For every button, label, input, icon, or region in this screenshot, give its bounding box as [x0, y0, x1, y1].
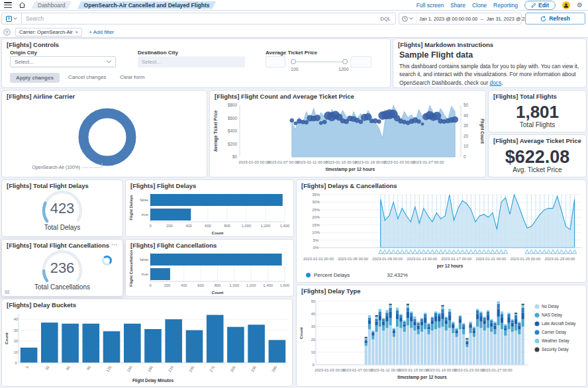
panel-title: [Flights] Total Flight Cancellations	[7, 242, 109, 249]
refresh-icon	[540, 16, 546, 22]
svg-text:30: 30	[464, 123, 469, 128]
price-slider-track[interactable]	[293, 62, 345, 62]
svg-text:20%: 20%	[312, 215, 320, 219]
panel-title: [Flights] Airline Carrier	[7, 93, 75, 100]
panel-title: [Flights] Total Flight Delays	[7, 182, 89, 189]
total-flights-value: 1,801	[489, 102, 586, 122]
edit-button[interactable]: Edit	[524, 1, 556, 10]
panel-total-flights: [Flights] Total Flights 1,801 Total Flig…	[488, 90, 587, 132]
full-screen-link[interactable]: Full screen	[416, 2, 444, 9]
saved-query-menu[interactable]	[2, 13, 22, 24]
flight-count-price-chart[interactable]: $0$200$400$600$800010203040502023-01-03 …	[211, 101, 486, 177]
price-min-input[interactable]	[266, 56, 285, 68]
svg-text:600: 600	[197, 283, 204, 287]
svg-text:210: 210	[168, 365, 174, 373]
filter-pill-carrier[interactable]: Carrier: OpenSearch-Air ×	[15, 28, 82, 36]
gear-icon[interactable]: ⚙	[577, 2, 583, 9]
date-picker[interactable]: Jan 1, 2023 @ 00:00:00.00 → Jan 31, 2023…	[399, 13, 522, 24]
svg-text:Flight Count: Flight Count	[479, 119, 485, 144]
svg-text:50: 50	[464, 103, 469, 107]
legend-toggle-icon[interactable]: ▤	[5, 289, 10, 295]
svg-text:true: true	[142, 272, 149, 276]
svg-text:Count: Count	[4, 332, 9, 344]
menu-icon[interactable]	[4, 2, 12, 8]
panel-total-delays: [Flights] Total Flight Delays 423 Total …	[1, 179, 123, 237]
slider-max-value: 1200	[338, 67, 349, 72]
price-slider-handle-max[interactable]	[342, 59, 348, 64]
svg-text:20: 20	[464, 134, 469, 138]
refresh-button[interactable]: Refresh	[525, 13, 585, 24]
svg-text:$200: $200	[228, 142, 238, 146]
svg-text:Weather Delay: Weather Delay	[542, 338, 569, 344]
svg-text:timestamp per 12 hours: timestamp per 12 hours	[397, 375, 447, 380]
date-range-start[interactable]: Jan 1, 2023 @ 00:00:00.00	[416, 16, 477, 22]
query-language-button[interactable]: DQL	[381, 16, 395, 22]
svg-text:false: false	[140, 198, 148, 202]
price-slider-handle-min[interactable]	[291, 59, 296, 64]
percent-delays-legend[interactable]: Percent Delays 32.432%	[306, 272, 408, 278]
share-link[interactable]: Share	[450, 2, 466, 9]
docs-link[interactable]: docs	[490, 79, 502, 86]
filter-settings-icon[interactable]	[3, 28, 11, 36]
delay-buckets-bar-chart[interactable]: 0102030400306090120150180210240270300330…	[3, 310, 293, 386]
reporting-link[interactable]: Reporting	[493, 2, 518, 9]
svg-text:300: 300	[230, 365, 236, 373]
panel-flight-cancellations: [Flights] Flight Cancellations 020040060…	[125, 239, 294, 297]
remove-filter-icon[interactable]: ×	[75, 29, 78, 35]
flight-delays-bar-chart[interactable]: 02004006008001,0001,2001,400falsetrueFli…	[126, 191, 294, 236]
svg-text:2023-01-11 00:00: 2023-01-11 00:00	[371, 368, 401, 372]
cancel-changes-button[interactable]: Cancel changes	[68, 74, 106, 80]
clock-icon	[402, 16, 408, 22]
total-cancellations-value: 236	[2, 260, 122, 277]
panel-avg-ticket-price: [Flights] Average Ticket Price $622.08 A…	[488, 134, 587, 177]
legend-dot	[306, 273, 311, 277]
svg-text:330: 330	[250, 365, 257, 373]
panel-delay-buckets: [Flights] Delay Buckets 0102030400306090…	[1, 299, 293, 387]
svg-text:150: 150	[126, 365, 133, 373]
svg-text:270: 270	[209, 365, 216, 373]
home-icon[interactable]	[19, 1, 26, 9]
svg-text:800: 800	[224, 224, 230, 228]
panel-menu-icon[interactable]: ⋯	[111, 241, 119, 248]
svg-text:1,400: 1,400	[263, 283, 273, 287]
svg-text:1,600: 1,600	[280, 283, 290, 287]
date-picker-toggle[interactable]	[399, 13, 416, 24]
pencil-icon	[531, 3, 536, 8]
breadcrumb-current[interactable]: OpenSearch-Air Cancelled and Delayed Fli…	[77, 1, 217, 9]
panel-airline-carrier: [Flights] Airline Carrier OpenSearch-Air…	[1, 90, 207, 177]
svg-text:10%: 10%	[312, 230, 320, 234]
breadcrumb-parent[interactable]: Dashboard	[31, 1, 72, 9]
total-cancellations-label: Total Cancellations	[2, 283, 122, 291]
avatar[interactable]	[562, 1, 570, 9]
destination-city-input[interactable]	[138, 56, 245, 68]
svg-text:Late Aircraft Delay: Late Aircraft Delay	[542, 321, 576, 326]
panel-title: [Flights] Markdown Instructions	[398, 41, 493, 48]
panel-controls: [Flights] Controls Origin City Select...…	[1, 38, 391, 88]
svg-text:2023-01-07 00:00: 2023-01-07 00:00	[268, 160, 299, 164]
price-max-input[interactable]	[350, 56, 371, 68]
panel-title: [Flights] Delay Type	[301, 287, 361, 295]
panel-flight-delays: [Flights] Flight Delays 02004006008001,0…	[125, 179, 294, 237]
svg-text:0: 0	[464, 154, 466, 159]
svg-text:2023-01-15 00:00: 2023-01-15 00:00	[398, 368, 428, 372]
avg-ticket-price-value: $622.08	[489, 147, 586, 168]
panel-title: [Flights] Total Flights	[493, 93, 557, 100]
svg-text:No Delay: No Delay	[542, 304, 560, 309]
panel-delay-type: [Flights] Delay Type 010203040502023-01-…	[296, 285, 587, 387]
origin-city-select[interactable]: Select...	[10, 56, 116, 68]
delay-type-stacked-chart[interactable]: 010203040502023-01-03 00:002023-01-07 00…	[297, 296, 587, 386]
svg-text:$600: $600	[228, 116, 238, 121]
delays-cancellations-chart[interactable]: 0%5%10%15%20%25%30%35%2023-01-01 00:0020…	[297, 191, 587, 270]
svg-text:10: 10	[464, 144, 469, 148]
airline-carrier-donut-chart[interactable]: OpenSearch-Air (100%)	[3, 101, 207, 177]
clear-form-button[interactable]: Clear form	[120, 74, 144, 80]
svg-text:1,400: 1,400	[280, 224, 290, 228]
add-filter-link[interactable]: + Add filter	[89, 29, 114, 35]
flight-cancellations-bar-chart[interactable]: 02004006008001,0001,2001,4001,600falsetr…	[126, 250, 294, 296]
svg-text:Count: Count	[212, 230, 224, 235]
clone-link[interactable]: Clone	[472, 2, 487, 9]
search-input[interactable]	[22, 15, 381, 22]
svg-text:20: 20	[14, 339, 18, 343]
svg-text:true: true	[142, 213, 149, 217]
apply-changes-button[interactable]: Apply changes	[10, 73, 60, 83]
